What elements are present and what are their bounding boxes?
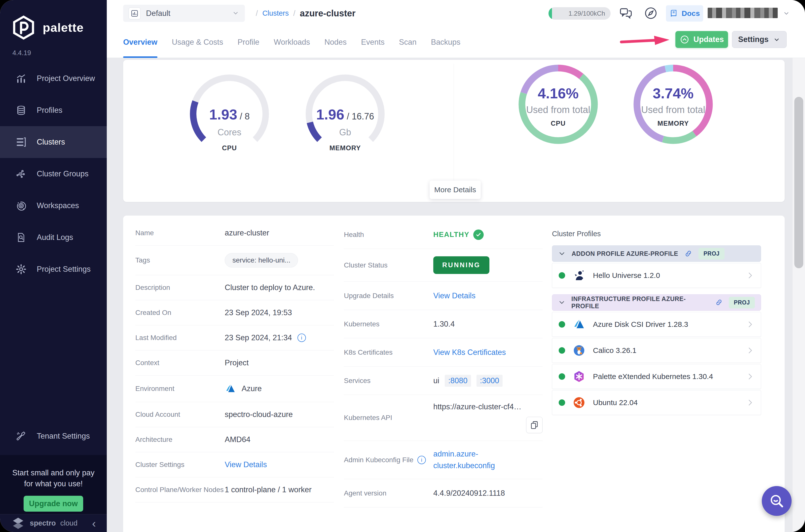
info-icon[interactable]: i: [417, 456, 426, 464]
sidebar-item-label[interactable]: Project Settings: [37, 265, 91, 274]
link-view-k8s-certificates[interactable]: View K8s Certificates: [433, 348, 506, 357]
status-badge[interactable]: RUNNING: [433, 256, 490, 274]
pack-name[interactable]: Ubuntu 22.04: [593, 398, 638, 407]
service-port-link[interactable]: :3000: [477, 375, 503, 387]
detail-label-text[interactable]: Kubernetes: [344, 320, 379, 328]
detail-label-text[interactable]: Name: [135, 229, 154, 237]
profile-pack-row[interactable]: Azure Disk CSI Driver 1.28.3: [552, 312, 761, 337]
detail-label-text[interactable]: Cluster Status: [344, 261, 388, 269]
api-url[interactable]: https://azure-cluster-cf42...: [433, 402, 523, 411]
detail-value-text[interactable]: 4.4.9/20240912.1118: [433, 489, 505, 498]
detail-value-text[interactable]: Project: [225, 358, 249, 367]
sidebar-item-label[interactable]: Profiles: [37, 106, 62, 115]
tab-events[interactable]: Events: [361, 26, 385, 58]
profile-section-title[interactable]: ADDON PROFILE AZURE-PROFILE: [572, 250, 678, 257]
detail-label-text[interactable]: Last Modified: [135, 334, 177, 342]
pack-name[interactable]: Hello Universe 1.2.0: [593, 271, 660, 280]
sidebar-item-label[interactable]: Cluster Groups: [37, 169, 89, 178]
pack-name[interactable]: Azure Disk CSI Driver 1.28.3: [593, 320, 688, 328]
profile-pack-row[interactable]: Calico 3.26.1: [552, 338, 761, 363]
project-selector[interactable]: Default: [123, 5, 245, 22]
detail-label-text[interactable]: Cloud Account: [135, 411, 180, 418]
profile-section-header[interactable]: ADDON PROFILE AZURE-PROFILEPROJ: [552, 245, 761, 262]
detail-label-text[interactable]: Agent version: [344, 489, 386, 497]
tag-chip[interactable]: service: hello-uni...: [225, 253, 298, 267]
profile-pack-row[interactable]: Hello Universe 1.2.0: [552, 263, 761, 288]
sidebar-item-tenant-settings[interactable]: Tenant Settings: [0, 420, 107, 452]
profile-pack-row[interactable]: Palette eXtended Kubernetes 1.30.4: [552, 364, 761, 389]
collapse-sidebar-button[interactable]: ‹: [92, 518, 96, 529]
detail-value-text[interactable]: 23 Sep 2024, 21:34: [225, 333, 292, 342]
tab-nodes[interactable]: Nodes: [324, 26, 347, 58]
compass-icon[interactable]: [644, 6, 658, 20]
chat-icon[interactable]: [619, 6, 633, 20]
sidebar-item-audit-logs[interactable]: Audit Logs: [0, 222, 107, 253]
sidebar-item-project-overview[interactable]: Project Overview: [0, 62, 107, 94]
link-view-details[interactable]: View Details: [433, 291, 476, 300]
detail-value-text[interactable]: Azure: [242, 384, 262, 393]
sidebar-item-label[interactable]: Clusters: [37, 138, 65, 147]
profile-section-header[interactable]: INFRASTRUCTURE PROFILE AZURE-PROFILEPROJ: [552, 294, 761, 311]
profile-section-title[interactable]: INFRASTRUCTURE PROFILE AZURE-PROFILE: [571, 295, 709, 310]
detail-value-text[interactable]: 1.30.4: [433, 320, 455, 328]
sidebar-item-cluster-groups[interactable]: Cluster Groups: [0, 158, 107, 190]
detail-label-text[interactable]: Context: [135, 359, 159, 367]
sidebar-item-label[interactable]: Project Overview: [37, 74, 95, 83]
sidebar-item-project-settings[interactable]: Project Settings: [0, 253, 107, 285]
detail-label-text[interactable]: Environment: [135, 385, 174, 393]
memory-used-percent: 3.74%: [653, 85, 693, 101]
tab-backups[interactable]: Backups: [431, 26, 460, 58]
docs-button[interactable]: Docs: [666, 5, 703, 22]
detail-label-text[interactable]: Services: [344, 377, 370, 385]
updates-button[interactable]: Updates: [675, 31, 728, 48]
sidebar-item-workspaces[interactable]: Workspaces: [0, 190, 107, 222]
pack-name[interactable]: Calico 3.26.1: [593, 346, 636, 355]
detail-label-text[interactable]: Description: [135, 284, 170, 291]
search-fab-button[interactable]: [762, 486, 791, 516]
detail-value-text[interactable]: Cluster to deploy to Azure.: [225, 283, 315, 292]
detail-label-text[interactable]: Admin Kubeconfig File: [344, 456, 414, 464]
user-name-redacted[interactable]: [708, 8, 778, 18]
scope-badge[interactable]: PROJ: [729, 297, 755, 308]
detail-label-text[interactable]: Control Plane/Worker Nodes: [135, 486, 224, 494]
kubeconfig-link[interactable]: admin.azure-cluster.kubeconfig: [433, 448, 510, 471]
detail-value-text[interactable]: 1 control-plane / 1 worker: [225, 485, 312, 494]
link-view-details[interactable]: View Details: [225, 460, 267, 469]
scrollbar-thumb[interactable]: [794, 97, 803, 268]
sidebar-item-label[interactable]: Tenant Settings: [37, 432, 90, 441]
upgrade-now-button[interactable]: Upgrade now: [24, 496, 83, 512]
breadcrumb-clusters-link[interactable]: Clusters: [263, 9, 289, 17]
detail-value-text[interactable]: 23 Sep 2024, 19:53: [225, 308, 292, 317]
info-icon[interactable]: i: [298, 334, 306, 342]
tab-scan[interactable]: Scan: [399, 26, 417, 58]
tab-usage-costs[interactable]: Usage & Costs: [172, 26, 223, 58]
tab-overview[interactable]: Overview: [123, 26, 157, 58]
service-name[interactable]: ui: [433, 376, 439, 385]
sidebar-item-label[interactable]: Workspaces: [37, 201, 79, 210]
scope-badge[interactable]: PROJ: [698, 248, 725, 260]
more-details-button[interactable]: More Details: [429, 180, 481, 199]
pack-name[interactable]: Palette eXtended Kubernetes 1.30.4: [593, 372, 713, 381]
detail-value-text[interactable]: spectro-cloud-azure: [225, 410, 293, 419]
detail-label-text[interactable]: Tags: [135, 256, 150, 264]
sidebar-item-profiles[interactable]: Profiles: [0, 94, 107, 126]
health-status-text[interactable]: HEALTHY: [433, 230, 469, 239]
detail-label-text[interactable]: Architecture: [135, 436, 172, 443]
copy-button[interactable]: [526, 417, 542, 433]
detail-value-text[interactable]: AMD64: [225, 435, 250, 444]
tab-workloads[interactable]: Workloads: [274, 26, 310, 58]
detail-label-text[interactable]: K8s Certificates: [344, 348, 392, 356]
detail-label-text[interactable]: Health: [344, 231, 364, 239]
profile-pack-row[interactable]: Ubuntu 22.04: [552, 390, 761, 415]
user-menu-chevron-icon[interactable]: [783, 10, 790, 18]
detail-label-text[interactable]: Cluster Settings: [135, 461, 185, 469]
service-port-link[interactable]: :8080: [445, 375, 471, 387]
settings-button[interactable]: Settings: [732, 31, 787, 48]
detail-value-text[interactable]: azure-cluster: [225, 228, 269, 238]
detail-label-text[interactable]: Upgrade Details: [344, 292, 394, 300]
detail-label-text[interactable]: Kubernetes API: [344, 414, 392, 422]
detail-label-text[interactable]: Created On: [135, 309, 171, 317]
sidebar-item-clusters[interactable]: Clusters: [0, 126, 107, 158]
sidebar-item-label[interactable]: Audit Logs: [37, 233, 73, 242]
tab-profile[interactable]: Profile: [237, 26, 260, 58]
